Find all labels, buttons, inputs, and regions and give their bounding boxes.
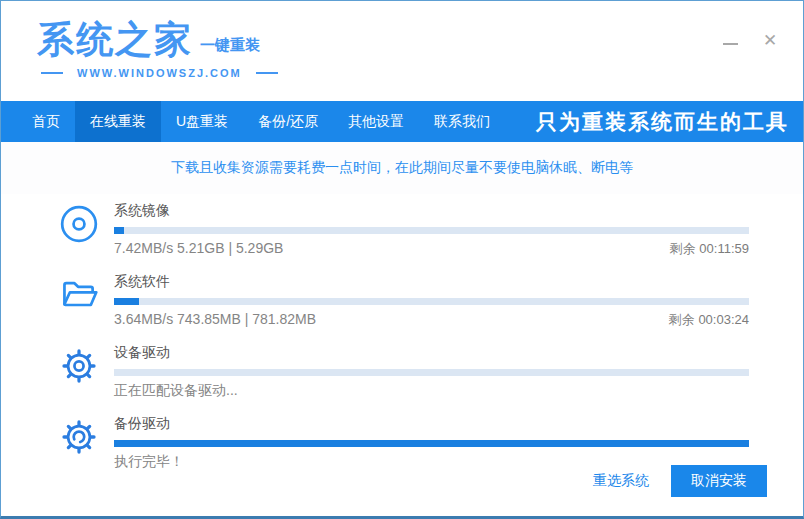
logo-subtitle: 一键重装 bbox=[200, 36, 260, 55]
logo-title: 系统之家 bbox=[37, 21, 193, 58]
task-title: 系统软件 bbox=[114, 271, 749, 298]
task-detail: 执行完毕！ bbox=[114, 453, 184, 471]
task-title: 设备驱动 bbox=[114, 342, 749, 369]
nav-tab-home[interactable]: 首页 bbox=[17, 101, 75, 142]
gear-sync-icon bbox=[59, 415, 99, 459]
close-icon[interactable]: ✕ bbox=[757, 27, 783, 53]
task-remaining: 剩余 00:03:24 bbox=[669, 311, 749, 329]
footer-actions: 重选系统 取消安装 bbox=[593, 465, 767, 497]
task-title: 系统镜像 bbox=[114, 200, 749, 227]
nav-tab-backup-restore[interactable]: 备份/还原 bbox=[243, 101, 333, 142]
header: 系统之家 一键重装 WWW.WINDOWSZJ.COM ✕ bbox=[1, 1, 803, 101]
task-title: 备份驱动 bbox=[114, 413, 749, 440]
minimize-icon[interactable] bbox=[717, 27, 743, 53]
notice-text: 下载且收集资源需要耗费一点时间，在此期间尽量不要使电脑休眠、断电等 bbox=[1, 142, 803, 194]
task-row-system-image: 系统镜像 7.42MB/s 5.21GB | 5.29GB 剩余 00:11:5… bbox=[59, 200, 749, 258]
progress-bar bbox=[114, 369, 749, 376]
folder-icon bbox=[59, 273, 99, 317]
nav-tab-contact[interactable]: 联系我们 bbox=[419, 101, 505, 142]
task-list: 系统镜像 7.42MB/s 5.21GB | 5.29GB 剩余 00:11:5… bbox=[1, 194, 803, 471]
dash-divider bbox=[41, 72, 63, 74]
dash-divider bbox=[256, 72, 278, 74]
disc-icon bbox=[59, 202, 99, 246]
task-detail: 正在匹配设备驱动... bbox=[114, 382, 238, 400]
nav-bar: 首页 在线重装 U盘重装 备份/还原 其他设置 联系我们 只为重装系统而生的工具 bbox=[1, 101, 803, 142]
task-detail: 3.64MB/s 743.85MB | 781.82MB bbox=[114, 311, 316, 327]
gear-icon bbox=[59, 344, 99, 388]
reselect-system-button[interactable]: 重选系统 bbox=[593, 472, 649, 490]
cancel-install-button[interactable]: 取消安装 bbox=[671, 465, 767, 497]
nav-tab-online-reinstall[interactable]: 在线重装 bbox=[75, 101, 161, 142]
progress-bar bbox=[114, 227, 749, 234]
app-window: 系统之家 一键重装 WWW.WINDOWSZJ.COM ✕ 首页 在线重装 U盘… bbox=[0, 0, 804, 519]
task-remaining: 剩余 00:11:59 bbox=[670, 240, 749, 258]
task-detail: 7.42MB/s 5.21GB | 5.29GB bbox=[114, 240, 283, 256]
website-url: WWW.WINDOWSZJ.COM bbox=[77, 67, 242, 79]
task-row-backup-driver: 备份驱动 执行完毕！ bbox=[59, 413, 749, 471]
logo: 系统之家 一键重装 WWW.WINDOWSZJ.COM bbox=[37, 21, 278, 79]
nav-slogan: 只为重装系统而生的工具 bbox=[536, 101, 789, 142]
window-controls: ✕ bbox=[717, 27, 783, 53]
task-row-device-driver: 设备驱动 正在匹配设备驱动... bbox=[59, 342, 749, 400]
progress-bar bbox=[114, 298, 749, 305]
task-row-system-software: 系统软件 3.64MB/s 743.85MB | 781.82MB 剩余 00:… bbox=[59, 271, 749, 329]
nav-tab-usb-reinstall[interactable]: U盘重装 bbox=[161, 101, 243, 142]
progress-bar bbox=[114, 440, 749, 447]
nav-tab-other-settings[interactable]: 其他设置 bbox=[333, 101, 419, 142]
